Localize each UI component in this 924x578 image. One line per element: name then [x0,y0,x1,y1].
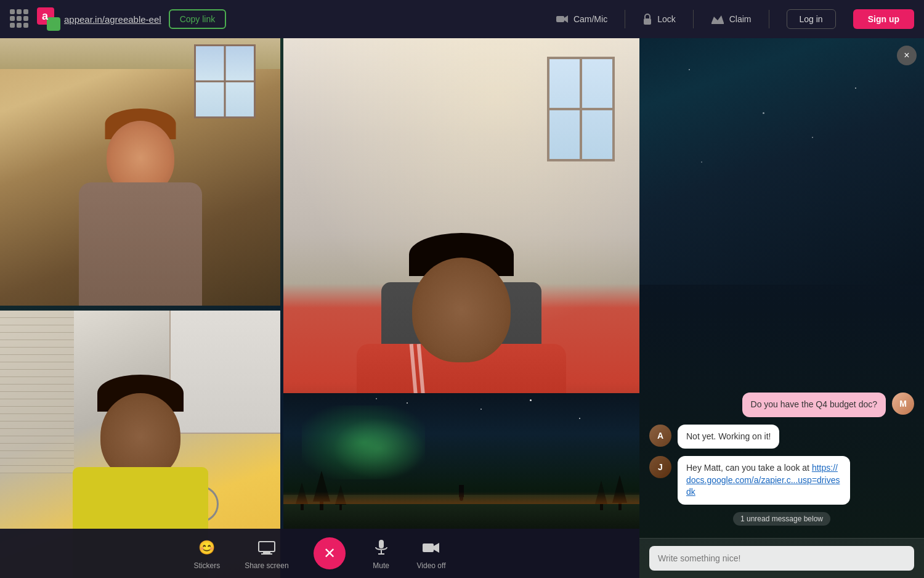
video-off-label: Video off [417,561,446,570]
svg-marker-12 [434,543,439,553]
svg-rect-0 [556,16,564,22]
lock-button[interactable]: Lock [642,14,676,25]
share-screen-button[interactable]: Share screen [245,537,288,570]
message-bubble-3: Hey Matt, can you take a look at https:/… [678,456,850,505]
svg-rect-11 [423,543,434,552]
tree-group-left [296,471,346,510]
video-tile-top-left [0,38,280,306]
chat-input-area [639,538,924,578]
lock-icon [642,14,652,25]
unread-message-badge[interactable]: 1 unread message below [733,512,830,526]
signup-button[interactable]: Sign up [853,9,914,29]
nav-divider-1 [625,10,625,28]
window-decoration [547,57,615,161]
svg-rect-6 [263,552,270,553]
aurora-glow [333,418,425,479]
chat-panel: × M Do you have the Q4 budget doc? A Not… [639,38,924,578]
video-area: adidas [0,38,639,578]
avatar-person2: J [649,456,671,478]
logo: a appear.in/agreeable-eel [37,7,161,31]
copy-link-button[interactable]: Copy link [169,9,227,29]
mute-label: Mute [373,561,389,570]
stickers-label: Stickers [194,561,221,570]
close-icon: ✕ [323,545,336,562]
room-url[interactable]: appear.in/agreeable-eel [64,14,161,25]
top-navigation: a appear.in/agreeable-eel Copy link Cam/… [0,0,924,38]
message-bubble-1: Do you have the Q4 budget doc? [742,393,886,417]
svg-marker-3 [711,15,724,23]
chat-message-1: M Do you have the Q4 budget doc? [649,393,914,417]
avatar-person1: A [649,425,671,447]
share-screen-icon [256,537,278,559]
nav-divider-2 [693,10,694,28]
chat-message-2: A Not yet. Working on it! [649,425,914,449]
svg-rect-2 [644,18,651,25]
message-bubble-2: Not yet. Working on it! [678,425,779,449]
crown-icon [711,14,724,24]
chat-close-button[interactable]: × [897,46,917,65]
horizon-glow [283,492,639,504]
mute-button[interactable]: Mute [370,537,392,570]
toolbar: 😊 Stickers Share screen ✕ [0,529,639,578]
claim-button[interactable]: Claim [711,14,752,24]
chat-message-3: J Hey Matt, can you take a look at https… [649,456,914,505]
close-icon: × [904,50,909,61]
svg-rect-8 [379,540,384,548]
end-call-button[interactable]: ✕ [314,537,346,569]
grid-menu-icon[interactable] [10,9,30,29]
cam-mic-button[interactable]: Cam/Mic [556,14,607,24]
stickers-button[interactable]: 😊 Stickers [194,537,221,570]
svg-rect-5 [259,542,275,552]
avatar-own: M [892,393,914,415]
stickers-icon: 😊 [196,537,218,559]
video-tile-night-scene [283,393,639,529]
video-off-button[interactable]: Video off [417,537,446,570]
camera-icon [556,15,569,23]
svg-rect-4 [711,23,724,24]
chat-input[interactable] [649,546,914,571]
nav-controls: Cam/Mic Lock Claim Log in Sign up [556,9,914,29]
svg-rect-7 [261,553,272,555]
svg-marker-1 [564,15,568,23]
chat-messages: M Do you have the Q4 budget doc? A Not y… [639,38,924,538]
nav-divider-3 [769,10,769,28]
login-button[interactable]: Log in [787,9,836,29]
video-off-icon [420,537,442,559]
microphone-icon [370,537,392,559]
share-screen-label: Share screen [245,561,288,570]
